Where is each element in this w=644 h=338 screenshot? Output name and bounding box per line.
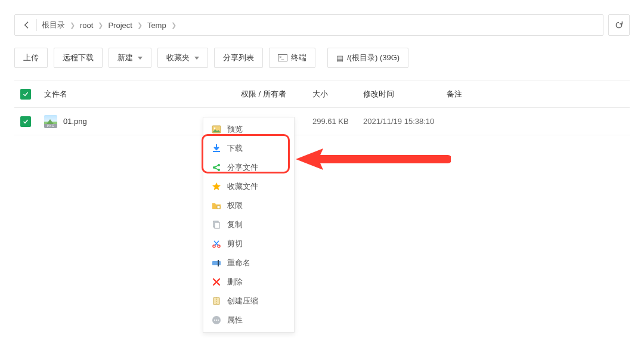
table-row[interactable]: PNG 01.png 755 / www 299.61 KB 2021/11/1… xyxy=(14,108,630,135)
breadcrumb-item[interactable]: Temp xyxy=(146,21,168,30)
select-all-checkbox[interactable] xyxy=(20,89,31,100)
svg-rect-12 xyxy=(218,260,219,266)
chevron-right-icon: ❯ xyxy=(70,21,75,29)
svg-rect-2 xyxy=(213,151,220,152)
file-size: 299.61 KB xyxy=(312,117,363,126)
download-icon xyxy=(212,144,221,153)
disk-icon: ▤ xyxy=(336,54,343,63)
column-size[interactable]: 大小 xyxy=(312,89,363,100)
menu-cut[interactable]: 剪切 xyxy=(203,234,294,253)
menu-rename[interactable]: 重命名 xyxy=(203,253,294,272)
terminal-icon xyxy=(278,54,287,61)
menu-download[interactable]: 下载 xyxy=(203,139,294,158)
new-button[interactable]: 新建 xyxy=(109,48,151,68)
folder-lock-icon xyxy=(212,201,221,210)
rename-icon xyxy=(212,258,221,268)
table-header: 文件名 权限 / 所有者 大小 修改时间 备注 xyxy=(14,80,630,108)
svg-point-16 xyxy=(216,320,217,321)
menu-favorite[interactable]: 收藏文件 xyxy=(203,177,294,196)
scissors-icon xyxy=(212,239,221,249)
svg-rect-8 xyxy=(215,222,219,228)
svg-rect-11 xyxy=(212,261,221,265)
zip-icon xyxy=(212,296,221,306)
file-png-icon: PNG xyxy=(44,115,57,128)
column-note[interactable]: 备注 xyxy=(447,89,630,100)
menu-permissions[interactable]: 权限 xyxy=(203,196,294,215)
delete-icon xyxy=(212,277,221,287)
annotation-arrow xyxy=(296,147,451,171)
context-menu: 预览 下载 分享文件 收藏文件 权限 复制 剪切 重命名 删除 创建压缩 属性 xyxy=(203,117,295,333)
copy-icon xyxy=(212,220,221,230)
svg-point-3 xyxy=(213,166,215,169)
menu-preview[interactable]: 预览 xyxy=(203,120,294,139)
breadcrumb-item[interactable]: 根目录 xyxy=(41,20,66,30)
disk-button[interactable]: ▤/(根目录) (39G) xyxy=(327,48,408,68)
remote-download-button[interactable]: 远程下载 xyxy=(54,48,103,68)
terminal-button[interactable]: 终端 xyxy=(269,48,315,68)
divider xyxy=(36,19,37,31)
share-icon xyxy=(212,163,221,172)
chevron-right-icon: ❯ xyxy=(137,21,143,29)
breadcrumb: 根目录 ❯ root ❯ Project ❯ Temp ❯ xyxy=(14,14,603,36)
column-mtime[interactable]: 修改时间 xyxy=(363,89,447,100)
upload-button[interactable]: 上传 xyxy=(14,48,48,68)
chevron-right-icon: ❯ xyxy=(98,21,103,29)
row-checkbox[interactable] xyxy=(20,116,31,127)
svg-point-15 xyxy=(214,320,215,321)
file-list: 文件名 权限 / 所有者 大小 修改时间 备注 PNG 01.png 755 /… xyxy=(14,80,630,135)
menu-delete[interactable]: 删除 xyxy=(203,272,294,292)
chevron-right-icon: ❯ xyxy=(171,21,177,29)
chevron-down-icon xyxy=(194,57,199,60)
refresh-button[interactable] xyxy=(608,14,630,36)
star-icon xyxy=(212,182,221,191)
toolbar: 上传 远程下载 新建 收藏夹 分享列表 终端 ▤/(根目录) (39G) xyxy=(14,48,630,68)
column-name[interactable]: 文件名 xyxy=(44,89,241,100)
chevron-down-icon xyxy=(138,57,143,60)
breadcrumb-item[interactable]: root xyxy=(79,21,94,30)
column-permission[interactable]: 权限 / 所有者 xyxy=(241,89,312,100)
menu-copy[interactable]: 复制 xyxy=(203,215,294,234)
file-mtime: 2021/11/19 15:38:10 xyxy=(363,117,447,126)
file-name[interactable]: 01.png xyxy=(63,117,87,126)
back-button[interactable] xyxy=(18,18,35,32)
menu-compress[interactable]: 创建压缩 xyxy=(203,292,294,311)
menu-share[interactable]: 分享文件 xyxy=(203,158,294,177)
svg-rect-6 xyxy=(217,206,220,209)
share-list-button[interactable]: 分享列表 xyxy=(214,48,263,68)
menu-properties[interactable]: 属性 xyxy=(203,311,294,330)
more-icon xyxy=(212,315,221,325)
svg-point-17 xyxy=(218,320,219,321)
breadcrumb-item[interactable]: Project xyxy=(107,21,133,30)
favorites-button[interactable]: 收藏夹 xyxy=(157,48,208,68)
breadcrumb-bar: 根目录 ❯ root ❯ Project ❯ Temp ❯ xyxy=(14,14,630,36)
image-icon xyxy=(212,125,221,134)
svg-point-1 xyxy=(214,128,216,129)
